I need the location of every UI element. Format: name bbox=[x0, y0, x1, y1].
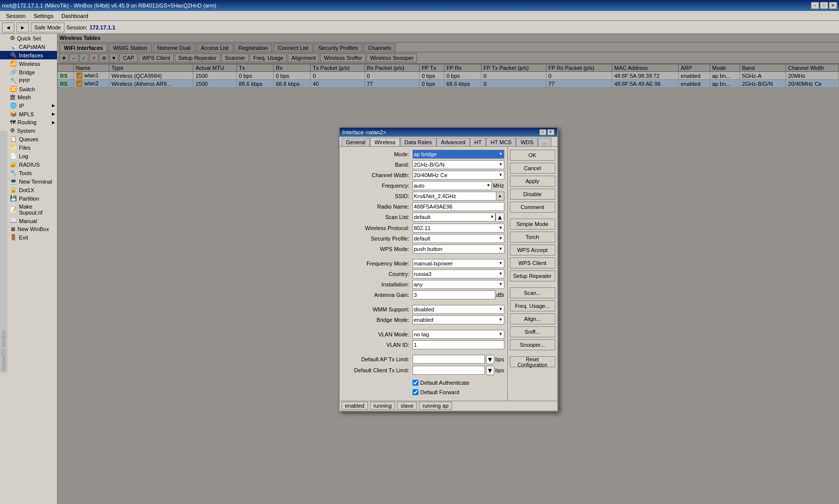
default-client-tx-input[interactable] bbox=[413, 366, 485, 375]
sidebar-item-bridge[interactable]: 🔗 Bridge bbox=[0, 68, 57, 76]
status-enabled: enabled bbox=[342, 402, 368, 410]
default-client-tx-unit: bps bbox=[495, 367, 504, 373]
sidebar-item-switch[interactable]: 🔀 Switch bbox=[0, 85, 57, 93]
sidebar-item-new-winbox[interactable]: 🖥 New WinBox bbox=[0, 225, 57, 233]
dialog-tab-wds[interactable]: WDS bbox=[516, 138, 538, 146]
country-select[interactable]: russia3 ▼ bbox=[413, 269, 504, 278]
queues-icon: 📋 bbox=[10, 136, 17, 142]
scan-list-select[interactable]: default ▼ bbox=[413, 213, 496, 222]
antenna-gain-input[interactable] bbox=[413, 290, 495, 299]
default-forward-checkbox-row: Default Forward bbox=[413, 389, 504, 395]
apply-button[interactable]: Apply bbox=[510, 176, 555, 187]
sidebar-item-ppp[interactable]: 🔧 PPP bbox=[0, 76, 57, 85]
wmm-support-select[interactable]: disabled ▼ bbox=[413, 305, 504, 314]
sidebar-item-ip[interactable]: 🌐 IP ▶ bbox=[0, 101, 57, 110]
ssid-input-container: ▲ bbox=[413, 192, 504, 201]
dialog-tab-advanced[interactable]: Advanced bbox=[436, 138, 470, 146]
wps-accept-button[interactable]: WPS Accept bbox=[510, 245, 555, 255]
sidebar-item-wireless[interactable]: 📶 Wireless bbox=[0, 59, 57, 68]
ssid-scroll-up[interactable]: ▲ bbox=[496, 192, 504, 201]
close-button[interactable]: ✕ bbox=[829, 2, 837, 9]
sidebar-item-partition[interactable]: 💾 Partition bbox=[0, 194, 57, 203]
band-select[interactable]: 2GHz-B/G/N ▼ bbox=[413, 160, 504, 169]
sniff-button[interactable]: Sniff... bbox=[510, 326, 555, 337]
sidebar-item-quickset[interactable]: ⚙ Quick Set bbox=[0, 34, 57, 42]
freq-usage-dialog-button[interactable]: Freq. Usage... bbox=[510, 300, 555, 311]
back-button[interactable]: ◄ bbox=[2, 22, 14, 32]
sidebar-item-mesh[interactable]: 🕸 Mesh bbox=[0, 93, 57, 101]
sidebar-item-new-terminal[interactable]: 💻 New Terminal bbox=[0, 177, 57, 186]
minimize-button[interactable]: – bbox=[811, 2, 819, 9]
sidebar-item-capsman[interactable]: 📡 CAPsMAN bbox=[0, 42, 57, 51]
status-running-ap: running ap bbox=[419, 402, 452, 410]
sidebar-item-interfaces[interactable]: 🔌 Interfaces bbox=[0, 51, 57, 59]
default-client-tx-unit-container: ▼ bps bbox=[413, 366, 504, 375]
default-auth-checkbox[interactable] bbox=[413, 380, 419, 386]
sidebar-item-tools[interactable]: 🔧 Tools bbox=[0, 169, 57, 177]
sidebar-item-make-supout[interactable]: 📝 Make Supout.rif bbox=[0, 203, 57, 217]
sidebar-item-files[interactable]: 📁 Files bbox=[0, 143, 57, 152]
sidebar-item-queues[interactable]: 📋 Queues bbox=[0, 135, 57, 143]
vlan-id-input[interactable] bbox=[413, 340, 504, 349]
dialog-buttons: OK Cancel Apply Disable Comment Simple M… bbox=[507, 147, 557, 401]
dialog-maximize-button[interactable]: □ bbox=[539, 129, 546, 135]
security-profile-row: Security Profile: default ▼ bbox=[343, 234, 504, 243]
scan-button[interactable]: Scan... bbox=[510, 287, 555, 298]
forward-button[interactable]: ► bbox=[16, 22, 29, 32]
mode-control: ap bridge ▼ bbox=[413, 150, 504, 159]
wireless-protocol-select[interactable]: 802.11 ▼ bbox=[413, 224, 504, 233]
default-forward-checkbox[interactable] bbox=[413, 389, 419, 395]
sidebar-item-routing[interactable]: 🗺 Routing ▶ bbox=[0, 118, 57, 126]
reset-config-button[interactable]: Reset Configuration bbox=[510, 356, 555, 367]
safe-mode-button[interactable]: Safe Mode bbox=[31, 22, 64, 32]
band-label: Band: bbox=[343, 162, 413, 168]
sidebar-item-exit[interactable]: 🚪 Exit bbox=[0, 233, 57, 242]
channel-width-select[interactable]: 20/40MHz Ce ▼ bbox=[413, 171, 504, 180]
disable-button[interactable]: Disable bbox=[510, 189, 555, 200]
wps-mode-select[interactable]: push button ▼ bbox=[413, 245, 504, 253]
comment-button[interactable]: Comment bbox=[510, 202, 555, 213]
sidebar-item-mpls[interactable]: 📦 MPLS ▶ bbox=[0, 110, 57, 118]
frequency-mode-select[interactable]: manual-txpower ▼ bbox=[413, 259, 504, 268]
dialog-tab-wireless[interactable]: Wireless bbox=[370, 138, 400, 146]
default-ap-tx-dropdown[interactable]: ▼ bbox=[486, 355, 494, 364]
menu-dashboard[interactable]: Dashboard bbox=[57, 12, 92, 20]
simple-mode-button[interactable]: Simple Mode bbox=[510, 219, 555, 230]
dialog-close-button[interactable]: ✕ bbox=[547, 129, 554, 135]
mode-label: Mode: bbox=[343, 151, 413, 157]
channel-width-dropdown-arrow: ▼ bbox=[499, 173, 503, 177]
default-client-tx-dropdown[interactable]: ▼ bbox=[486, 366, 494, 375]
frequency-select[interactable]: auto ▼ bbox=[413, 181, 492, 190]
bridge-mode-select[interactable]: enabled ▼ bbox=[413, 315, 504, 324]
dialog-tab-data-rates[interactable]: Data Rates bbox=[400, 138, 436, 146]
setup-repeater-dialog-button[interactable]: Setup Repeater bbox=[510, 270, 555, 281]
maximize-button[interactable]: □ bbox=[820, 2, 828, 9]
default-ap-tx-input[interactable] bbox=[413, 355, 485, 364]
dialog-tab-more[interactable]: ... bbox=[538, 138, 551, 146]
installation-select[interactable]: any ▼ bbox=[413, 280, 504, 289]
snooper-button[interactable]: Snooper... bbox=[510, 339, 555, 350]
capsman-icon: 📡 bbox=[10, 43, 17, 50]
scan-list-edit[interactable]: ▲ bbox=[495, 213, 504, 222]
cancel-button[interactable]: Cancel bbox=[510, 163, 555, 174]
radio-name-input[interactable] bbox=[413, 202, 504, 211]
sidebar-item-radius[interactable]: 🔐 RADIUS bbox=[0, 160, 57, 169]
dialog-tab-ht-mcs[interactable]: HT MCS bbox=[486, 138, 516, 146]
wps-client-dialog-button[interactable]: WPS Client bbox=[510, 257, 555, 268]
dialog-tab-general[interactable]: General bbox=[342, 138, 370, 146]
align-button[interactable]: Align... bbox=[510, 313, 555, 324]
sidebar-item-log[interactable]: 📄 Log bbox=[0, 152, 57, 160]
log-icon: 📄 bbox=[10, 153, 17, 159]
sidebar-item-system[interactable]: ⚙ System bbox=[0, 126, 57, 135]
mode-select[interactable]: ap bridge ▼ bbox=[413, 150, 504, 159]
menu-settings[interactable]: Settings bbox=[29, 12, 57, 20]
ssid-input[interactable] bbox=[413, 192, 496, 201]
vlan-mode-select[interactable]: no tag ▼ bbox=[413, 330, 504, 339]
torch-button[interactable]: Torch bbox=[510, 232, 555, 243]
sidebar-item-dot1x[interactable]: 🔒 Dot1X bbox=[0, 186, 57, 194]
ok-button[interactable]: OK bbox=[510, 150, 555, 161]
dialog-tab-ht[interactable]: HT bbox=[470, 138, 486, 146]
menu-session[interactable]: Session bbox=[2, 12, 29, 20]
sidebar-item-manual[interactable]: 📖 Manual bbox=[0, 217, 57, 225]
security-profile-select[interactable]: default ▼ bbox=[413, 234, 504, 243]
